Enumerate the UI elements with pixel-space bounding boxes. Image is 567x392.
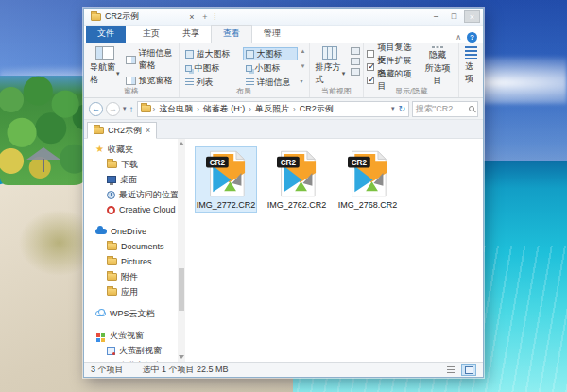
layout-gallery-scroll[interactable]: ▲ ▼ ▾ (301, 45, 306, 87)
file-item-img-2772[interactable]: CR2 IMG_2772.CR2 (195, 146, 257, 213)
sidebar-item-label: Documents (121, 242, 164, 251)
sidebar-item-firefly-secondary[interactable]: 火萤副视窗 (84, 343, 178, 358)
tab-divider: ⁞ (214, 12, 217, 22)
file-item-img-2768[interactable]: CR2 IMG_2768.CR2 (336, 146, 399, 213)
forward-button[interactable]: → (106, 102, 120, 116)
medium-icons-button[interactable]: 中图标 (182, 61, 241, 75)
sidebar-item-recent-places[interactable]: 最近访问的位置 (84, 187, 178, 202)
extra-large-icons-button[interactable]: 超大图标 (182, 47, 241, 60)
ribbon-group-options: 选项 (459, 43, 483, 97)
sidebar-item-apps[interactable]: 应用 (84, 284, 178, 299)
ribbon-tab-file[interactable]: 文件 (86, 26, 126, 43)
sidebar-item-creative-cloud[interactable]: Creative Cloud Fi (84, 202, 178, 217)
scrollbar-thumb[interactable] (179, 268, 184, 311)
color-grid-icon (96, 333, 100, 337)
breadcrumb[interactable]: › 这台电脑 › 储蓄卷 (H:) › 单反照片 › CR2示例 ▾ ↻ (137, 101, 409, 117)
close-button[interactable]: × (464, 10, 480, 23)
breadcrumb-item-dslr-photos[interactable]: 单反照片 (253, 103, 291, 115)
sort-by-button[interactable]: 排序方式▾ (313, 45, 349, 87)
sidebar-item-attachments[interactable]: 附件 (84, 269, 178, 284)
recent-locations-dropdown-icon[interactable]: ▾ (123, 105, 127, 112)
add-columns-icon[interactable] (351, 58, 360, 65)
scroll-up-icon[interactable] (179, 142, 184, 145)
layout-group-label: 布局 (180, 86, 309, 96)
help-icon[interactable]: ? (467, 32, 477, 43)
collapse-ribbon-icon[interactable]: ∧ (455, 33, 461, 42)
folder-icon (107, 258, 117, 265)
checkbox-checked-icon[interactable] (367, 77, 374, 84)
current-view-group-label: 当前视图 (310, 86, 364, 96)
cr2-file-icon: CR2 (348, 150, 387, 197)
options-icon (465, 46, 477, 59)
sidebar-item-label: 火萤主视窗 (119, 360, 162, 363)
checkbox-checked-icon[interactable] (367, 63, 374, 71)
file-name: IMG_2768.CR2 (338, 200, 398, 210)
breadcrumb-item-this-pc[interactable]: 这台电脑 (157, 103, 195, 115)
file-name: IMG_2762.CR2 (267, 200, 327, 210)
file-list: CR2 IMG_2772.CR2 CR2 IMG_2762.CR2 (185, 139, 483, 362)
large-icons-icon (246, 50, 254, 59)
medium-icons-label: 中图标 (195, 62, 220, 75)
small-icons-button[interactable]: 小图标 (243, 61, 298, 75)
beach-umbrella-pole (43, 159, 44, 172)
item-count: 3 个项目 (91, 364, 124, 376)
options-button[interactable]: 选项 (462, 45, 480, 87)
sidebar-scrollbar[interactable] (178, 139, 185, 362)
hidden-items-option[interactable]: 隐藏的项目 (367, 74, 417, 86)
breadcrumb-item-cr2-sample[interactable]: CR2示例 (298, 103, 335, 115)
current-view-small-buttons (351, 45, 360, 87)
sidebar-group-gap (84, 217, 178, 224)
sidebar-item-firefly-main[interactable]: 火萤主视窗 (84, 358, 178, 362)
hide-selected-items-button[interactable]: 隐藏 所选项目 (420, 45, 455, 87)
folder-icon (94, 127, 104, 134)
ribbon-tab-home[interactable]: 主页 (131, 26, 171, 43)
desktop-icon (107, 176, 116, 183)
sidebar-item-favorites[interactable]: ★ 收藏夹 (84, 142, 178, 157)
group-by-icon[interactable] (351, 47, 360, 55)
folder-icon (91, 13, 101, 21)
options-label: 选项 (465, 60, 477, 85)
ribbon-tab-manage[interactable]: 管理 (252, 26, 292, 43)
ribbon-corner-controls: ∧ ? (455, 32, 483, 43)
cr2-badge-label: CR2 (281, 159, 297, 167)
ribbon-tab-row: 文件 主页 共享 查看 管理 ∧ ? (84, 26, 483, 43)
up-button[interactable]: ↑ (129, 104, 134, 114)
cr2-badge-label: CR2 (210, 159, 226, 167)
search-input[interactable]: 搜索"CR2… (412, 101, 478, 117)
ribbon-tab-share[interactable]: 共享 (171, 26, 211, 43)
titlebar-tab[interactable]: CR2示例 (87, 9, 185, 25)
sidebar-item-wps-cloud[interactable]: WPS云文档 (84, 306, 178, 321)
maximize-button[interactable]: □ (446, 10, 462, 23)
details-view-toggle[interactable] (443, 364, 458, 376)
sidebar-item-downloads[interactable]: 下载 (84, 157, 178, 172)
thumbnail-view-toggle[interactable] (461, 364, 476, 376)
minimize-button[interactable]: – (428, 10, 444, 23)
close-tab-icon[interactable]: × (146, 126, 150, 135)
close-tab-icon[interactable]: × (185, 12, 198, 22)
address-dropdown-icon[interactable]: ▾ (391, 105, 395, 112)
titlebar[interactable]: CR2示例 × + ⁞ – □ × (84, 9, 483, 26)
recent-places-icon (107, 191, 115, 199)
refresh-icon[interactable]: ↻ (398, 104, 405, 113)
large-icons-button[interactable]: 大图标 (243, 47, 298, 60)
sidebar-item-pictures[interactable]: Pictures (84, 254, 178, 269)
ribbon-group-layout: 超大图标 大图标 中图标 小图标 列表 (180, 43, 310, 97)
new-tab-button[interactable]: + (198, 12, 212, 22)
back-button[interactable]: ← (89, 102, 103, 116)
file-item-img-2762[interactable]: CR2 IMG_2762.CR2 (266, 146, 328, 213)
hide-selected-label-1: 隐藏 (429, 49, 446, 61)
details-pane-icon (126, 56, 136, 64)
size-columns-icon[interactable] (351, 68, 360, 76)
sidebar-item-firefly-windows[interactable]: 火萤视窗 (84, 328, 178, 343)
scroll-down-icon[interactable] (179, 355, 184, 359)
explorer-tab-active[interactable]: CR2示例 × (87, 122, 157, 139)
sidebar-item-desktop[interactable]: 桌面 (84, 172, 178, 187)
sidebar-item-documents[interactable]: Documents (84, 239, 178, 254)
ribbon-tab-view[interactable]: 查看 (211, 25, 252, 43)
checkbox-unchecked-icon[interactable] (367, 50, 374, 58)
navigation-pane-button[interactable]: 导航窗格▾ (87, 45, 123, 87)
sidebar-item-onedrive[interactable]: OneDrive (84, 224, 178, 239)
breadcrumb-item-drive-h[interactable]: 储蓄卷 (H:) (201, 103, 248, 115)
details-pane-button[interactable]: 详细信息窗格 (126, 47, 176, 72)
details-view-icon (447, 366, 455, 373)
